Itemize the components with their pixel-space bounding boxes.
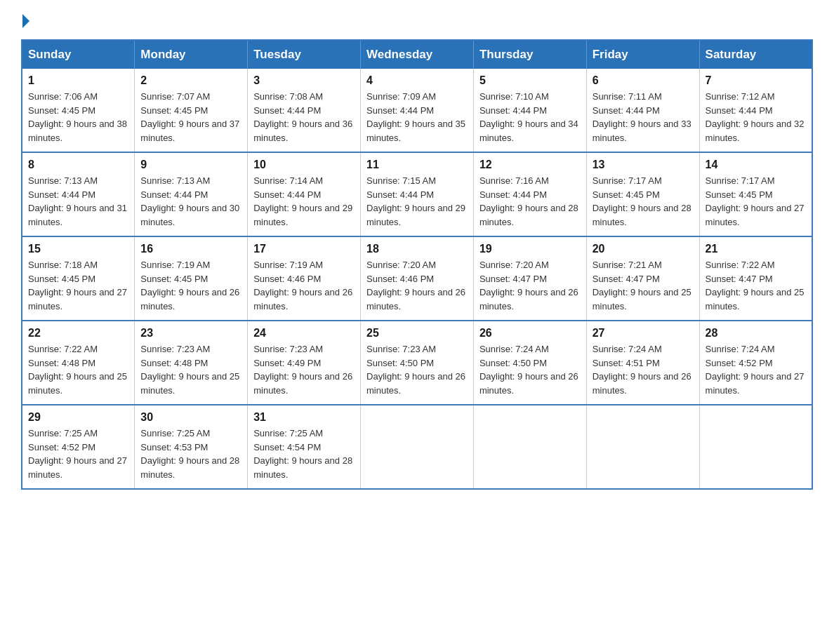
day-number: 31 — [253, 411, 355, 424]
day-cell: 27 Sunrise: 7:24 AMSunset: 4:51 PMDaylig… — [586, 321, 699, 405]
day-cell: 7 Sunrise: 7:12 AMSunset: 4:44 PMDayligh… — [699, 69, 812, 152]
day-cell: 26 Sunrise: 7:24 AMSunset: 4:50 PMDaylig… — [473, 321, 586, 405]
day-info: Sunrise: 7:09 AMSunset: 4:44 PMDaylight:… — [366, 90, 468, 145]
day-number: 14 — [706, 159, 806, 171]
day-cell: 4 Sunrise: 7:09 AMSunset: 4:44 PMDayligh… — [361, 69, 474, 152]
day-info: Sunrise: 7:23 AMSunset: 4:49 PMDaylight:… — [253, 342, 355, 397]
day-number: 8 — [28, 159, 128, 171]
day-cell: 1 Sunrise: 7:06 AMSunset: 4:45 PMDayligh… — [22, 69, 135, 152]
day-info: Sunrise: 7:25 AMSunset: 4:54 PMDaylight:… — [253, 427, 355, 481]
day-number: 9 — [140, 159, 241, 171]
day-number: 3 — [253, 74, 355, 87]
day-cell: 23 Sunrise: 7:23 AMSunset: 4:48 PMDaylig… — [135, 321, 248, 405]
day-number: 18 — [366, 243, 468, 255]
day-number: 7 — [706, 74, 806, 87]
day-number: 16 — [140, 243, 241, 255]
day-number: 11 — [366, 159, 468, 171]
day-cell: 14 Sunrise: 7:17 AMSunset: 4:45 PMDaylig… — [699, 152, 812, 236]
weekday-header-saturday: Saturday — [699, 40, 812, 69]
week-row-2: 8 Sunrise: 7:13 AMSunset: 4:44 PMDayligh… — [22, 152, 812, 236]
weekday-header-thursday: Thursday — [473, 40, 586, 69]
day-info: Sunrise: 7:14 AMSunset: 4:44 PMDaylight:… — [253, 174, 355, 229]
day-number: 13 — [593, 159, 694, 171]
day-cell: 15 Sunrise: 7:18 AMSunset: 4:45 PMDaylig… — [22, 236, 135, 321]
day-number: 22 — [28, 327, 128, 340]
day-cell: 25 Sunrise: 7:23 AMSunset: 4:50 PMDaylig… — [361, 321, 474, 405]
day-cell — [699, 405, 812, 489]
day-number: 17 — [253, 243, 355, 255]
day-number: 27 — [593, 327, 694, 340]
day-number: 1 — [28, 74, 128, 87]
day-cell: 19 Sunrise: 7:20 AMSunset: 4:47 PMDaylig… — [473, 236, 586, 321]
day-cell: 17 Sunrise: 7:19 AMSunset: 4:46 PMDaylig… — [248, 236, 361, 321]
day-number: 28 — [706, 327, 806, 340]
day-cell: 24 Sunrise: 7:23 AMSunset: 4:49 PMDaylig… — [248, 321, 361, 405]
day-cell: 30 Sunrise: 7:25 AMSunset: 4:53 PMDaylig… — [135, 405, 248, 489]
day-cell: 2 Sunrise: 7:07 AMSunset: 4:45 PMDayligh… — [135, 69, 248, 152]
calendar-table: SundayMondayTuesdayWednesdayThursdayFrid… — [21, 39, 813, 490]
day-number: 2 — [140, 74, 241, 87]
day-cell: 13 Sunrise: 7:17 AMSunset: 4:45 PMDaylig… — [586, 152, 699, 236]
day-info: Sunrise: 7:10 AMSunset: 4:44 PMDaylight:… — [479, 90, 581, 145]
week-row-1: 1 Sunrise: 7:06 AMSunset: 4:45 PMDayligh… — [22, 69, 812, 152]
weekday-header-sunday: Sunday — [22, 40, 135, 69]
day-cell: 31 Sunrise: 7:25 AMSunset: 4:54 PMDaylig… — [248, 405, 361, 489]
weekday-header-row: SundayMondayTuesdayWednesdayThursdayFrid… — [22, 40, 812, 69]
day-info: Sunrise: 7:23 AMSunset: 4:50 PMDaylight:… — [366, 342, 468, 397]
logo — [21, 14, 29, 27]
weekday-header-wednesday: Wednesday — [361, 40, 474, 69]
weekday-header-friday: Friday — [586, 40, 699, 69]
day-info: Sunrise: 7:25 AMSunset: 4:53 PMDaylight:… — [140, 427, 241, 481]
day-cell: 5 Sunrise: 7:10 AMSunset: 4:44 PMDayligh… — [473, 69, 586, 152]
day-number: 19 — [479, 243, 581, 255]
day-info: Sunrise: 7:15 AMSunset: 4:44 PMDaylight:… — [366, 174, 468, 229]
day-info: Sunrise: 7:19 AMSunset: 4:46 PMDaylight:… — [253, 258, 355, 313]
day-cell: 29 Sunrise: 7:25 AMSunset: 4:52 PMDaylig… — [22, 405, 135, 489]
day-info: Sunrise: 7:22 AMSunset: 4:47 PMDaylight:… — [706, 258, 806, 313]
day-info: Sunrise: 7:11 AMSunset: 4:44 PMDaylight:… — [593, 90, 694, 145]
day-info: Sunrise: 7:08 AMSunset: 4:44 PMDaylight:… — [253, 90, 355, 145]
day-cell: 6 Sunrise: 7:11 AMSunset: 4:44 PMDayligh… — [586, 69, 699, 152]
day-cell: 21 Sunrise: 7:22 AMSunset: 4:47 PMDaylig… — [699, 236, 812, 321]
day-number: 29 — [28, 411, 128, 424]
day-info: Sunrise: 7:17 AMSunset: 4:45 PMDaylight:… — [706, 174, 806, 229]
day-cell: 12 Sunrise: 7:16 AMSunset: 4:44 PMDaylig… — [473, 152, 586, 236]
day-info: Sunrise: 7:07 AMSunset: 4:45 PMDaylight:… — [140, 90, 241, 145]
day-info: Sunrise: 7:23 AMSunset: 4:48 PMDaylight:… — [140, 342, 241, 397]
day-cell — [361, 405, 474, 489]
header — [21, 14, 813, 27]
day-info: Sunrise: 7:19 AMSunset: 4:45 PMDaylight:… — [140, 258, 241, 313]
day-cell: 22 Sunrise: 7:22 AMSunset: 4:48 PMDaylig… — [22, 321, 135, 405]
day-info: Sunrise: 7:24 AMSunset: 4:50 PMDaylight:… — [479, 342, 581, 397]
day-cell: 3 Sunrise: 7:08 AMSunset: 4:44 PMDayligh… — [248, 69, 361, 152]
day-cell — [473, 405, 586, 489]
day-number: 21 — [706, 243, 806, 255]
day-number: 30 — [140, 411, 241, 424]
day-info: Sunrise: 7:25 AMSunset: 4:52 PMDaylight:… — [28, 427, 128, 481]
day-info: Sunrise: 7:24 AMSunset: 4:52 PMDaylight:… — [706, 342, 806, 397]
day-number: 4 — [366, 74, 468, 87]
week-row-5: 29 Sunrise: 7:25 AMSunset: 4:52 PMDaylig… — [22, 405, 812, 489]
week-row-3: 15 Sunrise: 7:18 AMSunset: 4:45 PMDaylig… — [22, 236, 812, 321]
day-info: Sunrise: 7:13 AMSunset: 4:44 PMDaylight:… — [28, 174, 128, 229]
day-cell: 9 Sunrise: 7:13 AMSunset: 4:44 PMDayligh… — [135, 152, 248, 236]
day-info: Sunrise: 7:20 AMSunset: 4:46 PMDaylight:… — [366, 258, 468, 313]
day-number: 20 — [593, 243, 694, 255]
day-cell: 16 Sunrise: 7:19 AMSunset: 4:45 PMDaylig… — [135, 236, 248, 321]
day-cell: 20 Sunrise: 7:21 AMSunset: 4:47 PMDaylig… — [586, 236, 699, 321]
day-number: 23 — [140, 327, 241, 340]
day-number: 15 — [28, 243, 128, 255]
day-cell: 11 Sunrise: 7:15 AMSunset: 4:44 PMDaylig… — [361, 152, 474, 236]
day-info: Sunrise: 7:16 AMSunset: 4:44 PMDaylight:… — [479, 174, 581, 229]
day-info: Sunrise: 7:22 AMSunset: 4:48 PMDaylight:… — [28, 342, 128, 397]
week-row-4: 22 Sunrise: 7:22 AMSunset: 4:48 PMDaylig… — [22, 321, 812, 405]
day-cell: 8 Sunrise: 7:13 AMSunset: 4:44 PMDayligh… — [22, 152, 135, 236]
day-number: 10 — [253, 159, 355, 171]
day-info: Sunrise: 7:21 AMSunset: 4:47 PMDaylight:… — [593, 258, 694, 313]
day-cell: 10 Sunrise: 7:14 AMSunset: 4:44 PMDaylig… — [248, 152, 361, 236]
day-info: Sunrise: 7:18 AMSunset: 4:45 PMDaylight:… — [28, 258, 128, 313]
day-info: Sunrise: 7:06 AMSunset: 4:45 PMDaylight:… — [28, 90, 128, 145]
weekday-header-tuesday: Tuesday — [248, 40, 361, 69]
day-cell — [586, 405, 699, 489]
weekday-header-monday: Monday — [135, 40, 248, 69]
